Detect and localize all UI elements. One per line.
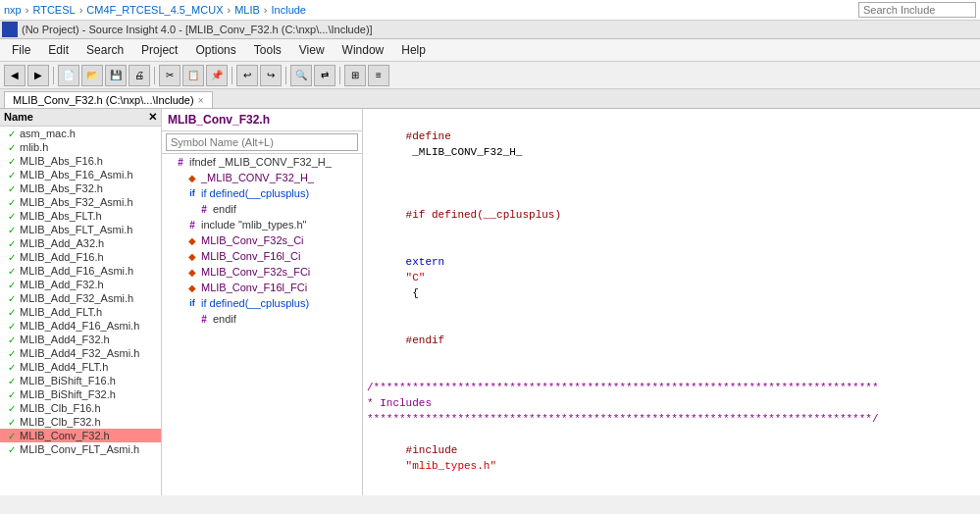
file-item-5[interactable]: ✓MLIB_Abs_F32_Asmi.h	[0, 195, 161, 209]
toolbar-forward-btn[interactable]: ▶	[27, 65, 49, 86]
file-check-icon: ✓	[8, 252, 16, 263]
toolbar-paste-btn[interactable]: 📌	[206, 65, 228, 86]
file-check-icon: ✓	[8, 183, 16, 194]
file-item-23[interactable]: ✓MLIB_Conv_FLT_Asmi.h	[0, 442, 161, 456]
file-check-icon: ✓	[8, 128, 16, 139]
breadcrumb-cm4f[interactable]: CM4F_RTCESL_4.5_MCUX	[86, 4, 223, 16]
file-item-18[interactable]: ✓MLIB_BiShift_F16.h	[0, 374, 161, 387]
file-item-3[interactable]: ✓MLIB_Abs_F16_Asmi.h	[0, 168, 161, 181]
file-item-16[interactable]: ✓MLIB_Add4_F32_Asmi.h	[0, 346, 161, 360]
file-item-14[interactable]: ✓MLIB_Add4_F16_Asmi.h	[0, 319, 161, 333]
tree-text-10: endif	[213, 313, 236, 325]
menu-tools[interactable]: Tools	[246, 41, 289, 59]
menu-file[interactable]: File	[4, 41, 38, 59]
toolbar-btn3[interactable]: 🖨	[129, 65, 150, 86]
toolbar-replace-btn[interactable]: ⇄	[314, 65, 335, 86]
file-list-items: ✓asm_mac.h✓mlib.h✓MLIB_Abs_F16.h✓MLIB_Ab…	[0, 127, 161, 456]
tree-item-7[interactable]: ◆MLIB_Conv_F32s_FCi	[162, 264, 362, 280]
file-item-11[interactable]: ✓MLIB_Add_F32.h	[0, 278, 161, 291]
file-item-10[interactable]: ✓MLIB_Add_F16_Asmi.h	[0, 264, 161, 278]
menu-window[interactable]: Window	[335, 41, 392, 59]
tree-item-3[interactable]: #endif	[162, 201, 362, 217]
breadcrumb-rtcesl[interactable]: RTCESL	[32, 4, 75, 16]
menu-edit[interactable]: Edit	[40, 41, 77, 59]
file-item-0[interactable]: ✓asm_mac.h	[0, 127, 161, 140]
toolbar-redo-btn[interactable]: ↪	[260, 65, 282, 86]
file-item-8[interactable]: ✓MLIB_Add_A32.h	[0, 236, 161, 250]
tree-item-1[interactable]: ◆_MLIB_CONV_F32_H_	[162, 170, 362, 185]
breadcrumb-sep1: ›	[26, 4, 29, 16]
file-item-name: MLIB_Add4_F16_Asmi.h	[20, 320, 139, 332]
toolbar-back-btn[interactable]: ◀	[4, 65, 26, 86]
file-list-collapse[interactable]: ✕	[148, 111, 157, 124]
file-item-19[interactable]: ✓MLIB_BiShift_F32.h	[0, 387, 161, 401]
file-item-1[interactable]: ✓mlib.h	[0, 140, 161, 154]
symbol-search-input[interactable]	[166, 133, 358, 151]
tree-item-5[interactable]: ◆MLIB_Conv_F32s_Ci	[162, 232, 362, 248]
file-item-22[interactable]: ✓MLIB_Conv_F32.h	[0, 429, 161, 442]
file-item-15[interactable]: ✓MLIB_Add4_F32.h	[0, 333, 161, 346]
file-item-6[interactable]: ✓MLIB_Abs_FLT.h	[0, 209, 161, 223]
file-item-name: MLIB_Add_F32.h	[20, 279, 104, 290]
toolbar-copy-btn[interactable]: 📋	[182, 65, 204, 86]
breadcrumb-include[interactable]: Include	[272, 4, 306, 16]
file-item-name: MLIB_Abs_FLT.h	[20, 210, 102, 222]
tree-icon-8: ◆	[185, 281, 199, 294]
file-check-icon: ✓	[8, 266, 16, 277]
toolbar-undo-btn[interactable]: ↩	[236, 65, 258, 86]
file-item-name: MLIB_Abs_F16.h	[20, 155, 103, 167]
file-item-2[interactable]: ✓MLIB_Abs_F16.h	[0, 154, 161, 168]
code-define-macro: #define	[406, 130, 451, 142]
file-item-12[interactable]: ✓MLIB_Add_F32_Asmi.h	[0, 291, 161, 305]
file-check-icon: ✓	[8, 293, 16, 304]
file-item-name: MLIB_Add_FLT.h	[20, 306, 102, 318]
file-item-name: asm_mac.h	[20, 128, 76, 139]
file-item-name: MLIB_Add_A32.h	[20, 237, 104, 249]
code-line-includes-comment: * Includes	[367, 395, 976, 411]
code-panel[interactable]: #define _MLIB_CONV_F32_H_ #if defined(__…	[363, 109, 980, 495]
tab-close-btn[interactable]: ×	[198, 95, 204, 106]
toolbar-extra2[interactable]: ≡	[368, 65, 389, 86]
code-line-blank3	[367, 489, 976, 495]
tree-item-10[interactable]: #endif	[162, 311, 362, 327]
breadcrumb-sep2: ›	[79, 4, 83, 16]
file-item-17[interactable]: ✓MLIB_Add4_FLT.h	[0, 360, 161, 374]
menu-options[interactable]: Options	[187, 41, 243, 59]
toolbar-sep2	[154, 67, 155, 84]
toolbar-save-btn[interactable]: 💾	[105, 65, 127, 86]
breadcrumb-nxp[interactable]: nxp	[4, 4, 22, 16]
file-item-name: MLIB_Add_F32_Asmi.h	[20, 292, 133, 304]
tree-icon-10: #	[197, 312, 211, 326]
file-item-name: MLIB_Abs_F16_Asmi.h	[20, 169, 133, 180]
toolbar-new-btn[interactable]: 📄	[58, 65, 79, 86]
file-item-20[interactable]: ✓MLIB_Clb_F16.h	[0, 401, 161, 415]
tree-item-8[interactable]: ◆MLIB_Conv_F16l_FCi	[162, 280, 362, 295]
tree-item-6[interactable]: ◆MLIB_Conv_F16l_Ci	[162, 248, 362, 264]
file-item-21[interactable]: ✓MLIB_Clb_F32.h	[0, 415, 161, 429]
tree-icon-6: ◆	[185, 249, 199, 263]
symbol-tree: #ifndef _MLIB_CONV_F32_H_◆_MLIB_CONV_F32…	[162, 154, 362, 327]
menu-help[interactable]: Help	[393, 41, 434, 59]
file-item-4[interactable]: ✓MLIB_Abs_F32.h	[0, 181, 161, 195]
file-item-7[interactable]: ✓MLIB_Abs_FLT_Asmi.h	[0, 223, 161, 236]
tree-item-4[interactable]: #include "mlib_types.h"	[162, 217, 362, 232]
tree-item-2[interactable]: ifif defined(__cplusplus)	[162, 185, 362, 201]
toolbar-find-btn[interactable]: 🔍	[290, 65, 312, 86]
file-check-icon: ✓	[8, 431, 16, 441]
menu-search[interactable]: Search	[78, 41, 131, 59]
tree-item-9[interactable]: ifif defined(__cplusplus)	[162, 295, 362, 311]
toolbar-extra1[interactable]: ⊞	[344, 65, 366, 86]
menu-project[interactable]: Project	[133, 41, 185, 59]
menu-view[interactable]: View	[291, 41, 333, 59]
file-item-name: MLIB_BiShift_F32.h	[20, 388, 116, 400]
toolbar-cut-btn[interactable]: ✂	[159, 65, 181, 86]
toolbar-open-btn[interactable]: 📂	[81, 65, 103, 86]
file-tab[interactable]: MLIB_Conv_F32.h (C:\nxp\...\Include) ×	[4, 91, 213, 108]
breadcrumb-mlib[interactable]: MLIB	[234, 4, 260, 16]
search-input[interactable]	[858, 2, 976, 18]
file-check-icon: ✓	[8, 142, 16, 153]
file-item-13[interactable]: ✓MLIB_Add_FLT.h	[0, 305, 161, 319]
tree-text-7: MLIB_Conv_F32s_FCi	[201, 266, 310, 278]
file-item-9[interactable]: ✓MLIB_Add_F16.h	[0, 250, 161, 264]
tree-item-0[interactable]: #ifndef _MLIB_CONV_F32_H_	[162, 154, 362, 170]
